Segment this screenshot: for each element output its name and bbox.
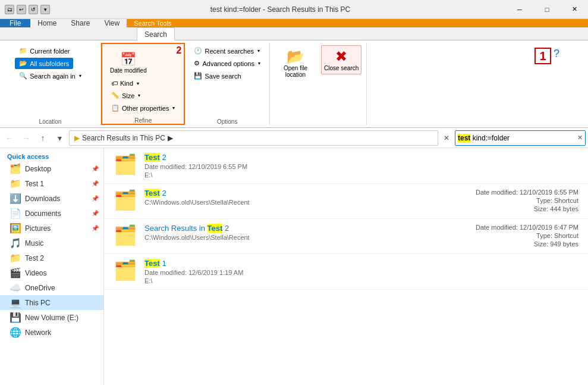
close-search-btn[interactable]: ✖ Close search (321, 45, 361, 74)
file-item[interactable]: 🗂️ Search Results in Test 2 C:\Windows.o… (104, 219, 588, 254)
tab-file[interactable]: File (0, 19, 30, 27)
help-icon[interactable]: ? (554, 48, 559, 60)
file-item[interactable]: 🗂️ Test 1 Date modified: 12/6/2019 1:19 … (104, 254, 588, 290)
name-suffix: 2 (222, 224, 229, 233)
title-bar: 🗂 ↩ ↺ ▾ test kind:=folder - Search Resul… (0, 0, 588, 19)
thispc-icon: 💻 (10, 297, 21, 308)
sidebar-downloads-label: Downloads (25, 195, 60, 203)
name-highlight: Test (144, 259, 160, 268)
recent-searches-dropdown-arrow: ▾ (257, 48, 260, 54)
file-item[interactable]: 🗂️ Test 2 C:\Windows.old\Users\Stella\Re… (104, 184, 588, 219)
file-item-details: Test 2 C:\Windows.old\Users\Stella\Recen… (144, 189, 468, 206)
tab-search[interactable]: Search (137, 27, 175, 40)
back-btn[interactable]: ← (2, 131, 17, 145)
sidebar-item-pictures[interactable]: 🖼️ Pictures 📌 (0, 221, 103, 236)
file-item-name: Test 1 (144, 259, 578, 268)
date-modified-btn[interactable]: 📅 Date modified (107, 49, 150, 77)
badge-1: 1 (534, 48, 551, 64)
file-item-name: Test 2 (144, 153, 578, 162)
name-suffix: 1 (160, 259, 166, 268)
sidebar-item-test1[interactable]: 📁 Test 1 📌 (0, 176, 103, 191)
name-prefix: Search Results in (144, 224, 207, 233)
options-group-label: Options (217, 118, 237, 125)
quick-access-icon[interactable]: ↩ (17, 5, 26, 14)
file-item[interactable]: 🗂️ Test 2 Date modified: 12/10/2019 6:55… (104, 148, 588, 184)
maximize-button[interactable]: □ (533, 0, 561, 19)
file-date-modified: Date modified: 12/6/2019 1:19 AM (144, 269, 243, 276)
search-bar-clear-btn[interactable]: ✕ (577, 134, 583, 142)
save-search-btn[interactable]: 💾 Save search (190, 70, 245, 82)
sidebar-onedrive-label: OneDrive (25, 284, 55, 292)
sidebar-item-network[interactable]: 🌐 Network (0, 325, 103, 340)
sidebar-item-documents[interactable]: 📄 Documents 📌 (0, 206, 103, 221)
name-highlight: Test (144, 153, 160, 162)
current-folder-btn[interactable]: 📁 Current folder (15, 45, 74, 57)
file-item-path: C:\Windows.old\Users\Stella\Recent (144, 199, 468, 206)
search-again-dropdown-arrow: ▾ (79, 73, 81, 79)
redo-icon[interactable]: ▾ (40, 5, 50, 14)
sidebar-desktop-label: Desktop (25, 165, 51, 173)
address-bar-clear-btn[interactable]: ✕ (441, 132, 452, 144)
location-group-label: Location (39, 118, 62, 125)
file-item-right: Date modified: 12/10/2019 6:47 PM Type: … (476, 224, 578, 249)
tab-share[interactable]: Share (64, 19, 97, 27)
newvolume-icon: 💾 (10, 312, 21, 323)
tab-home[interactable]: Home (30, 19, 64, 27)
other-properties-btn[interactable]: 📋 Other properties ▾ (107, 102, 179, 114)
open-file-location-icon: 📂 (287, 48, 304, 65)
ribbon-group-options: 🕐 Recent searches ▾ ⚙ Advanced options ▾… (185, 43, 269, 125)
videos-icon: 🎬 (10, 267, 21, 278)
sidebar-item-music[interactable]: 🎵 Music (0, 236, 103, 251)
search-query-text: test kind:=folder (458, 134, 577, 142)
kind-btn[interactable]: 🏷 Kind ▾ (107, 78, 143, 89)
file-item-details: Test 1 Date modified: 12/6/2019 1:19 AM … (144, 259, 578, 284)
save-search-icon: 💾 (194, 72, 202, 80)
file-item-icon: 🗂️ (114, 259, 137, 281)
recent-locations-btn[interactable]: ▾ (52, 131, 67, 145)
sidebar-item-thispc[interactable]: 💻 This PC (0, 295, 103, 310)
ribbon-group-refine: 2 📅 Date modified 🏷 Kind ▾ 📏 Size ▾ 📋 Ot… (101, 43, 185, 125)
address-bar[interactable]: ▶ Search Results in This PC ▶ (69, 130, 438, 146)
current-folder-icon: 📁 (19, 47, 27, 55)
kind-icon: 🏷 (111, 80, 118, 87)
up-btn[interactable]: ↑ (36, 131, 50, 145)
advanced-options-dropdown-arrow: ▾ (258, 61, 260, 66)
minimize-button[interactable]: ─ (506, 0, 533, 19)
close-button[interactable]: ✕ (561, 0, 588, 19)
sidebar-videos-label: Videos (25, 269, 46, 277)
name-suffix: 2 (160, 153, 166, 162)
search-query-remainder: kind:=folder (470, 134, 510, 142)
undo-icon[interactable]: ↺ (29, 5, 38, 14)
recent-searches-btn[interactable]: 🕐 Recent searches ▾ (190, 45, 264, 57)
tab-view[interactable]: View (97, 19, 127, 27)
open-file-location-btn[interactable]: 📂 Open file location (275, 45, 316, 81)
sidebar-item-videos[interactable]: 🎬 Videos (0, 265, 103, 280)
forward-btn[interactable]: → (19, 131, 33, 145)
file-item-icon: 🗂️ (114, 189, 137, 211)
quick-access-label: Quick access (0, 151, 103, 161)
nav-bar: ← → ↑ ▾ ▶ Search Results in This PC ▶ ✕ … (0, 128, 588, 148)
test2-folder-icon: 📁 (10, 252, 21, 264)
name-highlight: Test (144, 189, 160, 198)
sidebar-item-test2[interactable]: 📁 Test 2 (0, 251, 103, 265)
sidebar-item-newvolume[interactable]: 💾 New Volume (E:) (0, 310, 103, 325)
file-item-path: E:\ (144, 277, 578, 284)
file-list: 🗂️ Test 2 Date modified: 12/10/2019 6:55… (104, 148, 588, 385)
sidebar-item-onedrive[interactable]: ☁️ OneDrive (0, 280, 103, 295)
file-date-modified-right: Date modified: 12/10/2019 6:55 PM (476, 189, 578, 196)
search-again-btn[interactable]: 🔍 Search again in ▾ (15, 70, 85, 82)
test1-folder-icon: 📁 (10, 178, 21, 189)
sidebar-item-desktop[interactable]: 🗂️ Desktop 📌 (0, 161, 103, 176)
search-bar[interactable]: test kind:=folder ✕ (455, 130, 586, 146)
sidebar-item-downloads[interactable]: ⬇️ Downloads 📌 (0, 191, 103, 206)
desktop-icon: 🗂️ (10, 163, 21, 174)
all-subfolders-btn[interactable]: 📂 All subfolders (15, 58, 73, 69)
search-highlight-text: test (458, 134, 470, 142)
sidebar-documents-label: Documents (25, 209, 61, 218)
file-item-path: E:\ (144, 171, 578, 179)
title-bar-icons: 🗂 ↩ ↺ ▾ (0, 5, 55, 14)
size-btn[interactable]: 📏 Size ▾ (107, 90, 144, 101)
file-type: Type: Shortcut (476, 232, 578, 239)
advanced-options-btn[interactable]: ⚙ Advanced options ▾ (190, 58, 264, 69)
file-item-icon: 🗂️ (114, 153, 137, 176)
